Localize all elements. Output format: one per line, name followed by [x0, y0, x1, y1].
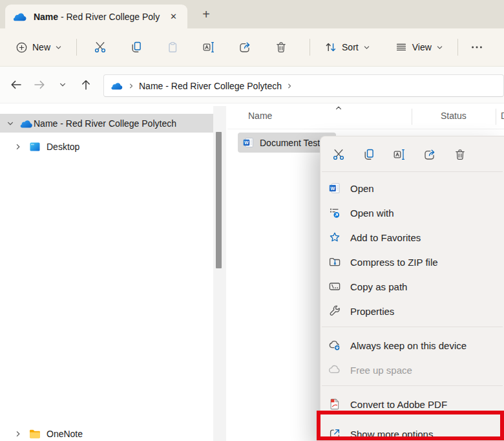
- menu-item-compress-to-zip-file[interactable]: Compress to ZIP file: [320, 250, 504, 274]
- menu-item-open[interactable]: WOpen: [320, 176, 504, 200]
- column-header-name[interactable]: Name: [248, 111, 272, 121]
- cloud-icon: [328, 363, 341, 376]
- delete-icon: [275, 41, 288, 54]
- folder-icon: [28, 427, 41, 440]
- chevron-down-icon: [436, 44, 443, 51]
- menu-item-label: Properties: [350, 306, 394, 317]
- breadcrumb-location[interactable]: Name - Red River College Polytech: [139, 81, 282, 91]
- tab-bar: Name - Red River College Poly ✕ +: [0, 0, 504, 28]
- context-menu: WOpenOpen withAdd to FavoritesCompress t…: [320, 136, 504, 441]
- address-input[interactable]: Name - Red River College Polytech: [103, 74, 504, 97]
- new-button[interactable]: New: [9, 36, 68, 59]
- breadcrumb-chevron-icon: [128, 83, 134, 89]
- onedrive-icon: [110, 81, 123, 90]
- file-name: Document Test: [260, 138, 320, 148]
- up-button[interactable]: [76, 75, 96, 94]
- new-tab-button[interactable]: +: [198, 6, 215, 23]
- cut-icon: [94, 41, 107, 54]
- rename-icon: [393, 148, 406, 161]
- delete-button[interactable]: [447, 142, 473, 167]
- scrollbar-thumb[interactable]: [216, 132, 222, 268]
- sidebar-item-onedrive-root[interactable]: Name - Red River College Polytech: [0, 114, 213, 133]
- wrench-icon: [328, 305, 341, 317]
- breadcrumb-chevron-icon: [286, 83, 293, 89]
- expand-collapse-icon[interactable]: [6, 120, 14, 127]
- sort-button[interactable]: Sort: [318, 36, 377, 59]
- menu-item-label: Add to Favorites: [350, 232, 421, 243]
- menu-item-add-to-favorites[interactable]: Add to Favorites: [320, 225, 504, 250]
- menu-item-label: Show more options: [350, 429, 433, 440]
- cut-button[interactable]: [85, 36, 116, 59]
- sidebar-item-onenote[interactable]: OneNote: [0, 424, 213, 441]
- copy-icon: [362, 148, 375, 161]
- sidebar-item-label: Desktop: [47, 142, 79, 152]
- ellipsis-icon: [470, 41, 483, 54]
- sidebar-scrollbar[interactable]: [213, 106, 226, 441]
- command-toolbar: New Sort View: [0, 28, 504, 67]
- copy-button[interactable]: [121, 36, 152, 59]
- cut-button[interactable]: [326, 142, 352, 167]
- rename-button[interactable]: [193, 36, 224, 59]
- menu-item-convert-to-adobe-pdf[interactable]: Convert to Adobe PDF: [320, 392, 504, 416]
- tab-title: Name - Red River College Poly: [34, 12, 161, 22]
- cut-icon: [332, 148, 345, 161]
- column-divider[interactable]: [496, 109, 496, 125]
- adobe-pdf-icon: [328, 398, 341, 411]
- column-header-clipped[interactable]: D: [501, 111, 504, 121]
- onedrive-icon: [19, 119, 34, 128]
- view-button[interactable]: View: [388, 36, 450, 59]
- menu-item-label: Copy as path: [350, 281, 407, 292]
- recent-locations-button[interactable]: [53, 75, 72, 94]
- menu-item-show-more-options[interactable]: Show more options: [320, 422, 504, 441]
- quick-actions: [320, 140, 504, 169]
- copy-button[interactable]: [356, 142, 382, 167]
- menu-spacer: [320, 416, 504, 422]
- expand-collapse-icon[interactable]: [14, 143, 22, 151]
- sort-button-label: Sort: [342, 42, 359, 52]
- see-more-button[interactable]: [466, 36, 488, 59]
- explorer-tab[interactable]: Name - Red River College Poly ✕: [5, 5, 187, 28]
- view-icon: [395, 41, 408, 54]
- svg-text:W: W: [244, 140, 249, 145]
- forward-button[interactable]: [30, 75, 49, 94]
- svg-text:W: W: [330, 186, 335, 191]
- menu-item-label: Open with: [350, 208, 394, 219]
- chevron-down-icon: [59, 81, 67, 89]
- word-icon: W: [328, 182, 341, 195]
- back-button[interactable]: [6, 75, 26, 94]
- menu-item-properties[interactable]: Properties: [320, 299, 504, 323]
- menu-item-label: Compress to ZIP file: [350, 257, 438, 268]
- menu-item-label: Open: [350, 183, 374, 194]
- share-icon: [238, 41, 251, 54]
- rename-button[interactable]: [386, 142, 412, 167]
- menu-separator: [322, 171, 503, 172]
- copy-icon: [130, 41, 143, 54]
- word-file-icon: W: [242, 136, 255, 149]
- share-icon: [423, 148, 436, 161]
- menu-item-always-keep-on-this-device[interactable]: Always keep on this device: [320, 333, 504, 358]
- onedrive-icon: [13, 12, 27, 21]
- share-button[interactable]: [229, 36, 260, 59]
- expand-collapse-icon[interactable]: [14, 430, 22, 438]
- column-header-status[interactable]: Status: [441, 111, 467, 121]
- toolbar-separator: [457, 39, 458, 56]
- sidebar-item-label: Name - Red River College Polytech: [34, 118, 176, 129]
- menu-item-label: Convert to Adobe PDF: [350, 399, 447, 410]
- desktop-icon: [28, 140, 41, 153]
- share-button[interactable]: [417, 142, 443, 167]
- show-more-icon: [328, 427, 341, 440]
- sidebar-item-desktop[interactable]: Desktop: [0, 137, 213, 156]
- menu-item-open-with[interactable]: Open with: [320, 200, 504, 225]
- menu-item-free-up-space[interactable]: Free up space: [320, 358, 504, 382]
- context-menu-items: WOpenOpen withAdd to FavoritesCompress t…: [320, 176, 504, 441]
- column-divider[interactable]: [412, 109, 412, 125]
- menu-item-label: Always keep on this device: [350, 340, 467, 351]
- paste-icon: [166, 41, 179, 54]
- paste-button[interactable]: [157, 36, 188, 59]
- zip-icon: [328, 255, 341, 268]
- menu-separator: [322, 385, 503, 386]
- delete-button[interactable]: [266, 36, 297, 59]
- rename-icon: [202, 41, 215, 54]
- tab-close-icon[interactable]: ✕: [167, 10, 180, 23]
- menu-item-copy-as-path[interactable]: Copy as path: [320, 274, 504, 299]
